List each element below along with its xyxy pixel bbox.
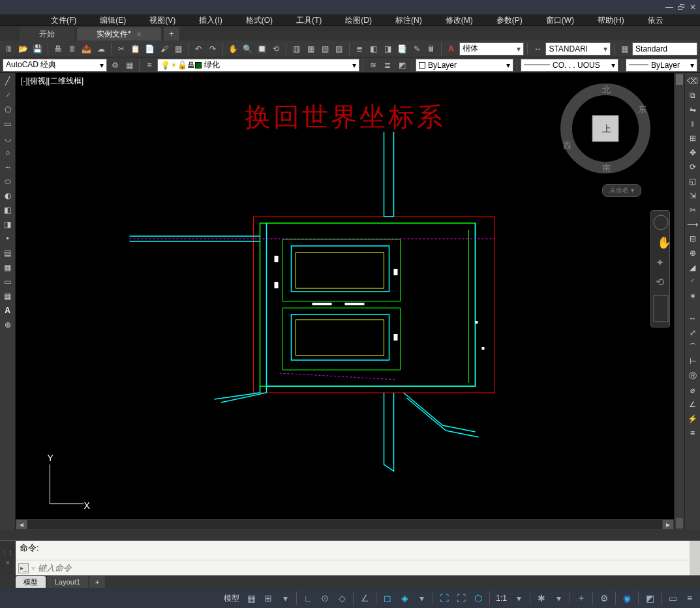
- scroll-left-icon[interactable]: ◂: [16, 520, 27, 529]
- tab-active-file[interactable]: 实例文件* ✕: [77, 27, 161, 40]
- text-style-anchor-icon[interactable]: A: [445, 42, 458, 55]
- print-icon[interactable]: 🖶: [52, 42, 65, 55]
- redo-icon[interactable]: ↷: [206, 42, 219, 55]
- workspace-save-icon[interactable]: ▦: [123, 59, 136, 72]
- tool-palette-icon[interactable]: ◨: [382, 42, 395, 55]
- save-icon[interactable]: 💾: [31, 42, 44, 55]
- sheetset-icon[interactable]: 📑: [396, 42, 409, 55]
- menu-draw[interactable]: 绘图(D): [333, 14, 384, 25]
- hardware-accel-icon[interactable]: ◉: [619, 590, 635, 606]
- scroll-down-icon[interactable]: [676, 518, 683, 528]
- layout-tab-model[interactable]: 模型: [16, 576, 46, 588]
- point-icon[interactable]: •: [1, 232, 14, 245]
- match-icon[interactable]: 🖌: [158, 42, 171, 55]
- scale-icon[interactable]: ◱: [686, 175, 699, 188]
- array-icon[interactable]: ⊞: [686, 132, 699, 145]
- menu-help[interactable]: 帮助(H): [586, 14, 636, 25]
- design-center-icon[interactable]: ◧: [367, 42, 380, 55]
- close-icon[interactable]: ✕: [688, 3, 697, 12]
- dim-style-icon[interactable]: ↔: [531, 42, 544, 55]
- grid-icon[interactable]: ▦: [243, 590, 259, 606]
- block-icon[interactable]: ▦: [172, 42, 185, 55]
- zoom-icon[interactable]: 🔍: [241, 42, 254, 55]
- dropdown2-icon[interactable]: ▾: [414, 590, 429, 606]
- table-icon[interactable]: ▦: [1, 290, 14, 303]
- ortho-icon[interactable]: ∟: [300, 590, 316, 606]
- join-icon[interactable]: ⊕: [686, 247, 699, 260]
- open-icon[interactable]: 📂: [17, 42, 30, 55]
- dim-linear-icon[interactable]: ↔: [686, 312, 699, 325]
- layer-prev-icon[interactable]: ≋: [367, 59, 380, 72]
- text-icon[interactable]: A: [1, 304, 14, 317]
- layer-states-icon[interactable]: ≣: [381, 59, 394, 72]
- polyline-icon[interactable]: ⟋: [1, 89, 14, 102]
- dim-style-select[interactable]: STANDARI▾: [545, 42, 611, 55]
- command-scrollbar[interactable]: [690, 541, 700, 575]
- fillet-icon[interactable]: ◜: [686, 275, 699, 288]
- explode-icon[interactable]: ✶: [686, 290, 699, 303]
- osnap-icon[interactable]: ◻: [380, 590, 395, 606]
- linetype-select[interactable]: CO. . . UOUS ▾: [521, 59, 618, 72]
- add-selected-icon[interactable]: ⊕: [1, 318, 14, 331]
- undo-icon[interactable]: ↶: [192, 42, 205, 55]
- spline-icon[interactable]: ～: [1, 160, 14, 174]
- pan-icon[interactable]: ✋: [226, 42, 239, 55]
- color-select[interactable]: ByLayer ▾: [416, 59, 513, 72]
- annotation-icon[interactable]: ✱: [534, 590, 549, 606]
- hatch-icon[interactable]: ▤: [1, 247, 14, 260]
- ellipse-icon[interactable]: ⬭: [1, 175, 14, 188]
- status-scale[interactable]: 1:1: [493, 594, 510, 603]
- chamfer-icon[interactable]: ◢: [686, 261, 699, 274]
- stretch-icon[interactable]: ⇲: [686, 189, 699, 202]
- move-icon[interactable]: ✥: [686, 146, 699, 159]
- menu-view[interactable]: 视图(V): [138, 14, 187, 25]
- menu-parametric[interactable]: 参数(P): [485, 14, 534, 25]
- ellipse-arc-icon[interactable]: ◐: [1, 189, 14, 202]
- insert-block-icon[interactable]: ◧: [1, 204, 14, 217]
- erase-icon[interactable]: ⌫: [686, 74, 699, 87]
- paste-icon[interactable]: 📄: [144, 42, 157, 55]
- properties-icon[interactable]: ≣: [353, 42, 366, 55]
- markup-icon[interactable]: ✎: [410, 42, 423, 55]
- dim-angular-icon[interactable]: ∠: [686, 398, 699, 411]
- viewport1-icon[interactable]: ▥: [290, 42, 303, 55]
- viewcube[interactable]: 上 北 东 南 西: [556, 80, 654, 177]
- zoom-prev-icon[interactable]: ⟲: [269, 42, 282, 55]
- menu-file[interactable]: 文件(F): [39, 14, 88, 25]
- close-tab-icon[interactable]: ✕: [136, 31, 142, 38]
- new-icon[interactable]: 🗎: [3, 42, 16, 55]
- dim-baseline-icon[interactable]: ≡: [686, 427, 699, 440]
- table-style-select[interactable]: Standard: [632, 42, 697, 55]
- layout-tab-layout1[interactable]: Layout1: [47, 576, 88, 588]
- workspace-select[interactable]: AutoCAD 经典▾: [3, 59, 107, 72]
- publish-icon[interactable]: 📤: [80, 42, 93, 55]
- dim-arc-icon[interactable]: ⌒: [686, 341, 699, 354]
- isolate-icon[interactable]: ◩: [642, 590, 658, 606]
- drawing-viewport[interactable]: [-][俯视][二维线框] 换回世界坐标系: [16, 73, 674, 530]
- break-icon[interactable]: ⊟: [686, 232, 699, 245]
- copy-obj-icon[interactable]: ⧉: [686, 89, 699, 102]
- dropdown3-icon[interactable]: ▾: [511, 590, 526, 606]
- status-model-label[interactable]: 模型: [221, 593, 242, 604]
- tab-start[interactable]: 开始: [20, 27, 74, 40]
- rectangle-icon[interactable]: ▭: [1, 117, 14, 130]
- make-block-icon[interactable]: ◨: [1, 218, 14, 231]
- region-icon[interactable]: ▭: [1, 275, 14, 288]
- new-tab-button[interactable]: +: [164, 27, 179, 40]
- plot-preview-icon[interactable]: 🗏: [66, 42, 79, 55]
- calc-icon[interactable]: 🖩: [425, 42, 438, 55]
- font-select[interactable]: 楷体 ▾: [459, 42, 525, 55]
- viewport2-icon[interactable]: ▦: [304, 42, 317, 55]
- menu-dimension[interactable]: 标注(N): [384, 14, 434, 25]
- dim-radius-icon[interactable]: Ⓡ: [686, 369, 699, 382]
- dropdown-icon[interactable]: ▾: [277, 590, 293, 606]
- selection-cycling-icon[interactable]: ⬡: [470, 590, 486, 606]
- polar-icon[interactable]: ⊙: [317, 590, 333, 606]
- layer-manager-icon[interactable]: ≡: [143, 59, 156, 72]
- gradient-icon[interactable]: ▦: [1, 261, 14, 274]
- layer-iso-icon[interactable]: ◩: [395, 59, 408, 72]
- polygon-icon[interactable]: ⬠: [1, 103, 14, 116]
- copy-icon[interactable]: 📋: [129, 42, 142, 55]
- viewport4-icon[interactable]: ▨: [333, 42, 346, 55]
- table-style-icon[interactable]: ▦: [618, 42, 631, 55]
